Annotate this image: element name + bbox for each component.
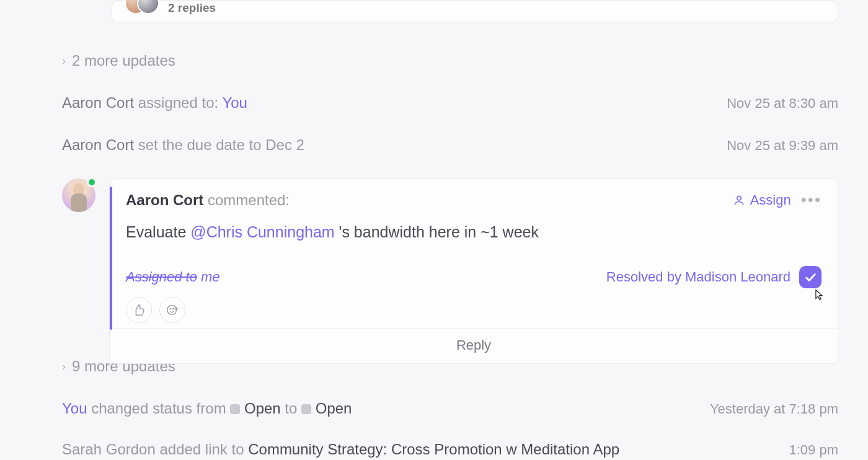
verb: changed status from <box>87 400 231 417</box>
chevron-right-icon: › <box>62 55 66 68</box>
assign-button[interactable]: Assign <box>733 192 791 208</box>
activity-row-duedate: Aaron Cort set the due date to Dec 2 Nov… <box>62 136 838 154</box>
verb: assigned to: <box>134 94 222 111</box>
reply-button[interactable]: Reply <box>110 328 838 363</box>
timestamp: Yesterday at 7:18 pm <box>710 401 838 417</box>
actor: Aaron Cort <box>62 94 134 111</box>
comment-card: Aaron Cort commented: Assign ••• Evaluat <box>109 179 838 364</box>
add-reaction-button[interactable] <box>159 297 185 323</box>
status-from: Open <box>244 400 281 417</box>
status-to: Open <box>316 400 352 417</box>
more-updates-text: 2 more updates <box>72 52 175 69</box>
reply-avatar-stack <box>125 0 159 17</box>
actor-you[interactable]: You <box>62 400 87 417</box>
timestamp: Nov 25 at 9:39 am <box>727 138 838 154</box>
presence-indicator <box>87 177 97 187</box>
comment-author: Aaron Cort <box>126 192 203 208</box>
comment-block: Aaron Cort commented: Assign ••• Evaluat <box>62 179 838 364</box>
svg-point-3 <box>173 308 174 309</box>
more-menu-button[interactable]: ••• <box>801 190 822 210</box>
resolved-by-label: Resolved by Madison Leonard <box>606 269 790 285</box>
accent-bar <box>110 187 112 330</box>
comment-body: Evaluate @Chris Cunningham 's bandwidth … <box>126 223 822 241</box>
user-icon <box>733 194 745 206</box>
status-pip-icon <box>301 404 311 414</box>
resolve-checkbox[interactable] <box>799 266 822 288</box>
comment-verb: commented: <box>203 192 290 208</box>
timestamp: 1:09 pm <box>789 442 839 458</box>
linked-title[interactable]: Community Strategy: Cross Promotion w Me… <box>248 441 619 458</box>
verb: added link to <box>156 441 248 458</box>
replies-card[interactable]: 2 replies <box>112 0 838 22</box>
smile-plus-icon <box>166 303 179 317</box>
assign-label: Assign <box>750 192 791 208</box>
assigned-to-label[interactable]: Assigned to me <box>126 269 220 285</box>
activity-row-assigned: Aaron Cort assigned to: You Nov 25 at 8:… <box>62 94 838 112</box>
to-word: to <box>281 400 301 417</box>
actor: Sarah Gordon <box>62 441 156 458</box>
activity-row-link: Sarah Gordon added link to Community Str… <box>62 441 838 458</box>
timestamp: Nov 25 at 8:30 am <box>727 95 838 112</box>
comment-header: Aaron Cort commented: <box>126 192 290 209</box>
svg-point-2 <box>170 308 170 309</box>
thumbs-up-icon <box>132 303 146 317</box>
svg-point-0 <box>737 196 741 200</box>
verb: set the due date to Dec 2 <box>134 136 304 153</box>
replies-count: 2 replies <box>168 1 216 15</box>
check-icon <box>804 270 817 284</box>
status-pip-icon <box>230 404 240 414</box>
svg-point-1 <box>167 306 177 315</box>
actor: Aaron Cort <box>62 136 134 153</box>
like-button[interactable] <box>126 297 152 323</box>
mention[interactable]: @Chris Cunningham <box>190 223 334 241</box>
assignee-you[interactable]: You <box>222 94 247 111</box>
activity-feed: 2 replies › 2 more updates Aaron Cort as… <box>0 0 868 458</box>
more-updates-link[interactable]: › 2 more updates <box>62 52 838 69</box>
reaction-bar <box>110 297 838 328</box>
activity-row-status: You changed status from Open to Open Yes… <box>62 400 838 417</box>
